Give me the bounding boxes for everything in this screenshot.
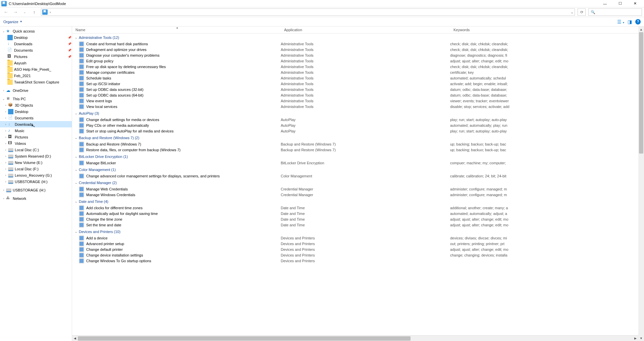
tree-item[interactable]: TweakShot Screen Capture xyxy=(0,79,72,85)
list-item[interactable]: View local servicesAdministrative Toolsd… xyxy=(72,104,638,109)
list-item[interactable]: Change default settings for media or dev… xyxy=(72,117,638,122)
list-item[interactable]: Schedule tasksAdministrative Toolsautoma… xyxy=(72,75,638,81)
list-item[interactable]: Manage computer certificatesAdministrati… xyxy=(72,69,638,75)
tree-item[interactable]: ›Desktop xyxy=(0,108,72,115)
list-item[interactable]: Change Windows To Go startup optionsDevi… xyxy=(72,258,638,264)
list-item[interactable]: Change default printerDevices and Printe… xyxy=(72,246,638,252)
vertical-scrollbar[interactable]: ▲ ▼ xyxy=(638,26,644,341)
expand-icon[interactable]: › xyxy=(3,110,8,113)
scroll-track[interactable] xyxy=(78,336,633,341)
tree-item[interactable]: Pictures📌 xyxy=(0,53,72,60)
tree-this-pc[interactable]: ⌄ This PC xyxy=(0,96,72,102)
item-list[interactable]: ⌄Administrative Tools (12)Create and for… xyxy=(72,34,638,335)
navigation-tree[interactable]: ⌄ Quick access Desktop📌Downloads📌Documen… xyxy=(0,26,72,341)
nav-recent-button[interactable]: ⌄ xyxy=(21,8,29,16)
horizontal-scrollbar[interactable]: ◀ ▶ xyxy=(72,335,638,341)
column-header-application[interactable]: Application xyxy=(281,28,450,32)
help-button[interactable]: ? xyxy=(635,19,641,24)
tree-item[interactable]: ›Music xyxy=(0,127,72,134)
expand-icon[interactable]: › xyxy=(3,116,8,120)
expand-icon[interactable]: › xyxy=(3,180,8,183)
expand-icon[interactable]: › xyxy=(3,129,8,132)
search-input[interactable]: 🔍 xyxy=(588,8,642,16)
tree-item[interactable]: Downloads📌 xyxy=(0,41,72,47)
expand-icon[interactable]: ⌄ xyxy=(1,97,6,101)
list-item[interactable]: Defragment and optimize your drivesAdmin… xyxy=(72,47,638,52)
tree-item[interactable]: ›Lenovo_Recovery (G:) xyxy=(0,172,72,178)
list-item[interactable]: Set up iSCSI initiatorAdministrative Too… xyxy=(72,81,638,87)
group-header[interactable]: ⌄Devices and Printers (10) xyxy=(72,228,638,235)
refresh-button[interactable]: ⟳ xyxy=(578,8,586,16)
close-button[interactable]: ✕ xyxy=(628,0,643,7)
maximize-button[interactable]: ☐ xyxy=(612,0,628,7)
tree-item[interactable]: ASO Help File_Preeti_ xyxy=(0,66,72,72)
tree-item[interactable]: ›New Volume (E:) xyxy=(0,159,72,166)
list-item[interactable]: Create and format hard disk partitionsAd… xyxy=(72,41,638,47)
tree-item[interactable]: ›Downloads xyxy=(0,121,72,127)
expand-icon[interactable]: › xyxy=(3,123,8,126)
expand-icon[interactable]: › xyxy=(3,148,8,152)
expand-icon[interactable]: › xyxy=(1,89,6,92)
list-item[interactable]: Manage Web CredentialsCredential Manager… xyxy=(72,186,638,192)
expand-icon[interactable]: › xyxy=(3,142,8,145)
tree-item[interactable]: ›3D Objects xyxy=(0,102,72,108)
list-item[interactable]: Change the time zoneDate and Timeadjust;… xyxy=(72,216,638,222)
organize-button[interactable]: Organize ▼ xyxy=(3,20,22,24)
list-item[interactable]: Manage BitLockerBitLocker Drive Encrypti… xyxy=(72,160,638,166)
tree-item[interactable]: Aayush xyxy=(0,60,72,66)
list-item[interactable]: Play CDs or other media automaticallyAut… xyxy=(72,122,638,128)
group-header[interactable]: ⌄Backup and Restore (Windows 7) (2) xyxy=(72,134,638,141)
list-item[interactable]: Backup and Restore (Windows 7)Backup and… xyxy=(72,141,638,147)
tree-item[interactable]: ›Local Disc (C:) xyxy=(0,147,72,153)
preview-pane-button[interactable]: ◨ xyxy=(628,19,632,24)
expand-icon[interactable]: › xyxy=(3,135,8,139)
list-item[interactable]: Add a deviceDevices and Printersdevices;… xyxy=(72,235,638,241)
scroll-down-button[interactable]: ▼ xyxy=(638,335,644,341)
expand-icon[interactable]: › xyxy=(3,104,8,107)
list-item[interactable]: Set up ODBC data sources (32-bit)Adminis… xyxy=(72,87,638,92)
expand-icon[interactable]: › xyxy=(3,174,8,177)
expand-icon[interactable]: › xyxy=(3,155,8,158)
nav-back-button[interactable]: ← xyxy=(2,8,10,16)
minimize-button[interactable]: — xyxy=(597,0,612,7)
view-options-button[interactable]: ☰ ▾ xyxy=(617,19,624,24)
tree-item[interactable]: ›System Reserved (D:) xyxy=(0,153,72,159)
tree-item[interactable]: Feb_2021 xyxy=(0,72,72,79)
expand-icon[interactable]: ⌄ xyxy=(1,30,6,33)
list-item[interactable]: Start or stop using AutoPlay for all med… xyxy=(72,128,638,134)
tree-onedrive[interactable]: › OneDrive xyxy=(0,87,72,94)
scroll-thumb[interactable] xyxy=(78,336,411,341)
list-item[interactable]: Restore data, files, or computer from ba… xyxy=(72,147,638,153)
list-item[interactable]: Advanced printer setupDevices and Printe… xyxy=(72,241,638,246)
tree-item[interactable]: ›Documents xyxy=(0,115,72,121)
tree-item[interactable]: ›Local Disc (F:) xyxy=(0,166,72,172)
list-item[interactable]: Set the time and dateDate and Timeadjust… xyxy=(72,222,638,228)
tree-item[interactable]: Documents📌 xyxy=(0,47,72,53)
list-item[interactable]: Edit group policyAdministrative Toolsadj… xyxy=(72,58,638,64)
group-header[interactable]: ⌄Color Management (1) xyxy=(72,166,638,173)
group-header[interactable]: ⌄Date and Time (4) xyxy=(72,198,638,205)
tree-network[interactable]: › Network xyxy=(0,195,72,202)
tree-usb[interactable]: › USBSTORAGE (H:) xyxy=(0,187,72,193)
expand-icon[interactable]: › xyxy=(3,167,8,171)
list-item[interactable]: Automatically adjust for daylight saving… xyxy=(72,211,638,216)
tree-item[interactable]: ›USBSTORAGE (H:) xyxy=(0,178,72,185)
tree-item[interactable]: ›Videos xyxy=(0,140,72,147)
nav-up-button[interactable]: ↑ xyxy=(30,8,38,16)
group-header[interactable]: ⌄Credential Manager (2) xyxy=(72,179,638,186)
scroll-left-button[interactable]: ◀ xyxy=(72,336,78,341)
list-item[interactable]: Diagnose your computer's memory problems… xyxy=(72,52,638,58)
expand-icon[interactable]: › xyxy=(1,197,6,200)
scroll-right-button[interactable]: ▶ xyxy=(633,336,638,341)
scroll-track[interactable] xyxy=(638,32,644,335)
group-header[interactable]: ⌄AutoPlay (3) xyxy=(72,110,638,117)
tree-item[interactable]: Desktop📌 xyxy=(0,34,72,41)
tree-quick-access[interactable]: ⌄ Quick access xyxy=(0,28,72,34)
list-item[interactable]: Manage Windows CredentialsCredential Man… xyxy=(72,192,638,197)
list-item[interactable]: View event logsAdministrative Toolsviewe… xyxy=(72,98,638,104)
group-header[interactable]: ⌄BitLocker Drive Encryption (1) xyxy=(72,153,638,160)
scroll-thumb[interactable] xyxy=(639,32,643,154)
column-header-keywords[interactable]: Keywords xyxy=(450,28,638,32)
expand-icon[interactable]: › xyxy=(3,161,8,164)
column-header-name[interactable]: ▴ Name xyxy=(72,28,281,32)
